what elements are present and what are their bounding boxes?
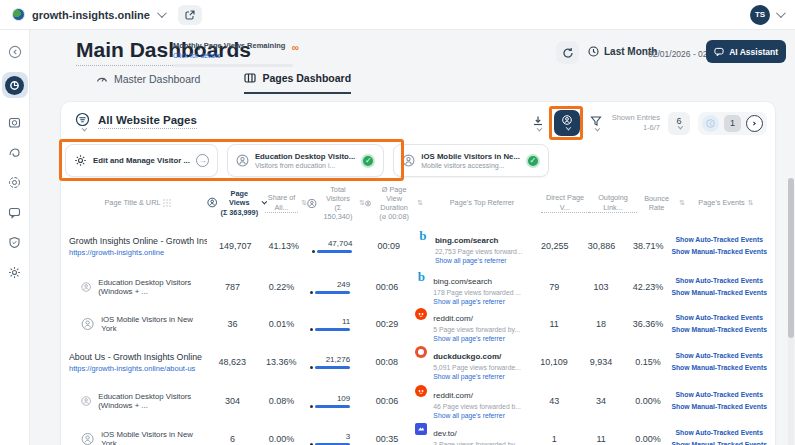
show-all-referrer-link[interactable]: Show all page's referrer xyxy=(433,298,521,305)
filter-button[interactable] xyxy=(588,113,604,134)
scrollbar-thumb[interactable] xyxy=(788,178,794,338)
user-menu[interactable]: TS xyxy=(750,5,783,25)
refresh-button[interactable] xyxy=(556,41,579,64)
sidebar-item-settings[interactable] xyxy=(7,264,23,280)
website-switcher[interactable]: growth-insights.online xyxy=(12,8,164,21)
show-manual-tracked-events-link[interactable]: Show Manual-Tracked Events xyxy=(671,324,767,336)
chip-subtitle: Visitors from education i... xyxy=(255,162,355,169)
modules-box-icon xyxy=(8,116,21,129)
gauge-icon xyxy=(96,73,108,85)
column-header-page-views[interactable]: Page Views (Σ 363,999) xyxy=(207,189,265,216)
show-all-referrer-link[interactable]: Show all page's referrer xyxy=(433,373,521,380)
tab-master-dashboard[interactable]: Master Dashboard xyxy=(96,72,200,94)
check-circle-icon: ✓ xyxy=(526,154,540,168)
table-row[interactable]: Education Desktop Visitors (Windows + ..… xyxy=(69,268,767,306)
previous-page-button[interactable] xyxy=(702,115,719,132)
page-size-select[interactable]: 6 xyxy=(668,112,690,135)
page-views-value: 48,623 xyxy=(204,357,261,367)
share-value: 13.36% xyxy=(261,357,302,367)
table-row[interactable]: iOS Mobile Visitors in New York 6 0.00% … xyxy=(69,420,767,445)
bing-icon: b xyxy=(417,230,429,242)
sidebar-item-communication[interactable] xyxy=(7,204,23,220)
table-row[interactable]: Growth Insights Online - Growth Insights… xyxy=(69,224,767,268)
column-header-bounce[interactable]: Bounce Rate ⇅ xyxy=(637,194,685,212)
segment-chip-education-desktop[interactable]: Education Desktop Visito... Visitors fro… xyxy=(227,144,384,177)
outgoing-links-value: 30,886 xyxy=(578,241,625,251)
filter-funnel-icon xyxy=(590,115,602,127)
column-header-title[interactable]: Page Title & URL xyxy=(69,198,207,208)
show-auto-tracked-events-link[interactable]: Show Auto-Tracked Events xyxy=(671,427,767,439)
download-button[interactable] xyxy=(530,113,546,134)
quota-details-link[interactable]: Click for details xyxy=(173,52,295,59)
show-auto-tracked-events-link[interactable]: Show Auto-Tracked Events xyxy=(671,312,767,324)
show-auto-tracked-events-link[interactable]: Show Auto-Tracked Events xyxy=(671,275,767,287)
show-manual-tracked-events-link[interactable]: Show Manual-Tracked Events xyxy=(671,246,767,258)
sidebar-item-dashboards[interactable] xyxy=(2,72,28,98)
sidebar-item-privacy[interactable] xyxy=(7,234,23,250)
table-row[interactable]: iOS Mobile Visitors in New York 36 0.01%… xyxy=(69,306,767,342)
column-header-direct[interactable]: Direct Page V... xyxy=(541,193,589,212)
shown-entries: Shown Entries 1-6/7 xyxy=(612,113,660,133)
tab-pages-dashboard[interactable]: Pages Dashboard xyxy=(244,72,351,94)
period-selector[interactable]: Last Month xyxy=(588,46,657,57)
segments-button[interactable] xyxy=(554,110,580,136)
column-header-events[interactable]: Page's Events ⇅ xyxy=(685,198,767,207)
table-row[interactable]: About Us - Growth Insights Online https:… xyxy=(69,342,767,382)
open-website-button[interactable] xyxy=(178,5,202,25)
show-auto-tracked-events-link[interactable]: Show Auto-Tracked Events xyxy=(671,389,767,401)
column-header-duration[interactable]: Ø Page View Duration (⌀ 00:08) ⇅ xyxy=(365,185,423,221)
direct-views-value: 1 xyxy=(531,434,578,444)
direct-views-value: 10,109 xyxy=(531,357,578,367)
site-name: growth-insights.online xyxy=(32,9,150,21)
table-filter-button[interactable] xyxy=(75,112,90,132)
show-manual-tracked-events-link[interactable]: Show Manual-Tracked Events xyxy=(671,287,767,299)
shown-entries-label: Shown Entries xyxy=(612,113,660,123)
page-url-link[interactable]: https://growth-insights.online xyxy=(69,248,207,257)
share-value: 0.01% xyxy=(261,319,302,329)
column-header-outgoing[interactable]: Outgoing Link... xyxy=(589,193,637,212)
visitors-bar xyxy=(315,405,350,408)
segment-title: Education Desktop Visitors (Windows + ..… xyxy=(98,278,204,296)
show-manual-tracked-events-link[interactable]: Show Manual-Tracked Events xyxy=(671,439,767,445)
quota-label: Monthly Page Views Remaining xyxy=(173,41,295,50)
bounce-rate-value: 0.00% xyxy=(625,396,672,406)
all-website-pages-card: All Website Pages xyxy=(60,101,776,445)
segment-chips-row: Edit and Manage Visitor ... → Education … xyxy=(65,144,549,177)
sidebar-item-collapse[interactable] xyxy=(7,44,23,60)
share-value: 41.13% xyxy=(263,241,304,251)
show-all-referrer-link[interactable]: Show all page's referrer xyxy=(433,412,521,419)
sidebar-item-statistics[interactable] xyxy=(7,144,23,160)
page-number[interactable]: 1 xyxy=(724,115,741,132)
page-url-link[interactable]: https://growth-insights.online/about-us xyxy=(69,364,204,373)
edit-segments-chip[interactable]: Edit and Manage Visitor ... → xyxy=(65,144,218,177)
filter-circle-icon xyxy=(75,112,90,127)
referrer-domain: duckduckgo.com/ xyxy=(433,352,501,361)
visitors-bar xyxy=(315,328,350,331)
duration-value: 00:35 xyxy=(359,434,416,444)
next-page-button[interactable] xyxy=(746,115,763,132)
column-header-referrer[interactable]: Page's Top Referrer xyxy=(423,198,541,207)
column-header-total-visitors[interactable]: Total Visitors (Σ 150,340) ⇅ xyxy=(307,185,365,221)
vertical-scrollbar[interactable] xyxy=(788,178,794,445)
show-manual-tracked-events-link[interactable]: Show Manual-Tracked Events xyxy=(671,401,767,413)
segment-chip-ios-mobile[interactable]: iOS Mobile Visitors in Ne... Mobile visi… xyxy=(393,144,549,177)
sidebar-item-visitors[interactable] xyxy=(7,174,23,190)
show-auto-tracked-events-link[interactable]: Show Auto-Tracked Events xyxy=(671,350,767,362)
outgoing-links-value: 103 xyxy=(578,282,625,292)
sidebar-item-modules[interactable] xyxy=(7,114,23,130)
duration-value: 00:06 xyxy=(359,282,416,292)
visitors-target-icon xyxy=(8,176,21,189)
page-views-value: 6 xyxy=(204,434,261,444)
infinity-badge: ∞ xyxy=(292,42,299,53)
show-manual-tracked-events-link[interactable]: Show Manual-Tracked Events xyxy=(671,362,767,374)
show-all-referrer-link[interactable]: Show all page's referrer xyxy=(433,335,520,342)
show-auto-tracked-events-link[interactable]: Show Auto-Tracked Events xyxy=(671,234,767,246)
table-row[interactable]: Education Desktop Visitors (Windows + ..… xyxy=(69,382,767,420)
person-circle-icon xyxy=(81,394,91,408)
ai-assistant-button[interactable]: AI Assistant xyxy=(706,40,786,63)
share-value: 0.08% xyxy=(261,396,302,406)
arrow-right-circle-icon xyxy=(750,119,759,128)
column-header-share[interactable]: Share of All... ⇅ xyxy=(265,193,307,212)
left-sidebar xyxy=(0,30,30,445)
show-all-referrer-link[interactable]: Show all page's referrer xyxy=(435,257,523,264)
